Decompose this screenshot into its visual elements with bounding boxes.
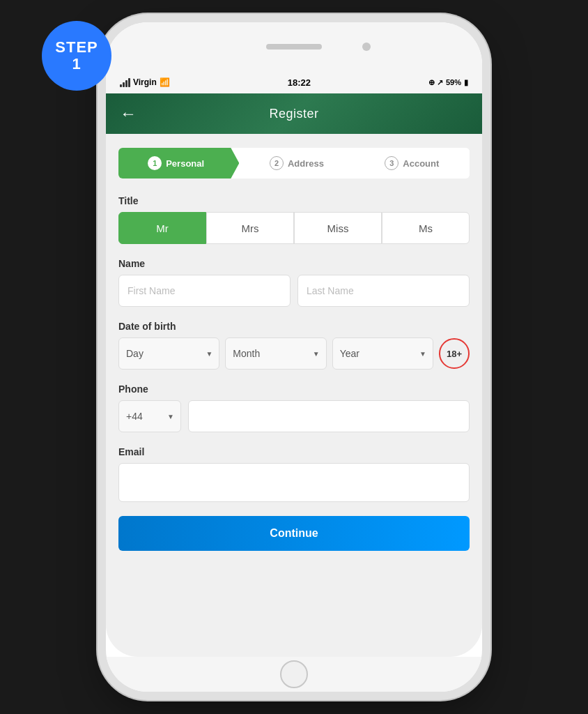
name-row	[118, 275, 470, 307]
back-button[interactable]: ←	[120, 104, 137, 123]
day-select-wrapper: Day ▼	[118, 337, 219, 370]
step-1-label: Personal	[166, 158, 204, 169]
first-name-input[interactable]	[118, 275, 291, 307]
title-miss-button[interactable]: Miss	[294, 212, 382, 244]
status-bar: Virgin 📶 18:22 ⊕ ↗ 59% ▮	[106, 71, 482, 93]
title-buttons: Mr Mrs Miss Ms	[118, 212, 470, 244]
step-badge: STEP1	[42, 21, 111, 91]
year-select-wrapper: Year ▼	[332, 337, 433, 370]
phone-speaker	[266, 44, 322, 50]
step-account[interactable]: 3 Account	[355, 148, 470, 178]
app-header: ← Register	[106, 93, 482, 134]
dob-row: Day ▼ Month ▼ Year ▼ 18+	[118, 337, 470, 370]
wifi-icon: 📶	[160, 77, 170, 87]
phone-frame: Virgin 📶 18:22 ⊕ ↗ 59% ▮ ← Register 1 Pe…	[106, 22, 482, 692]
battery-icon: ▮	[464, 78, 468, 87]
step-2-label: Address	[288, 158, 324, 169]
title-ms-button[interactable]: Ms	[382, 212, 470, 244]
month-select-wrapper: Month ▼	[225, 337, 326, 370]
carrier-label: Virgin	[133, 77, 157, 87]
title-mrs-button[interactable]: Mrs	[206, 212, 294, 244]
continue-label: Continue	[270, 527, 318, 540]
phone-code-wrapper: +44 ▼	[118, 400, 181, 432]
step-2-number: 2	[270, 156, 284, 170]
step-3-label: Account	[403, 158, 439, 169]
step-address[interactable]: 2 Address	[239, 148, 354, 178]
phone-top-bar	[106, 22, 482, 71]
page-title: Register	[269, 107, 318, 121]
phone-label: Phone	[118, 383, 470, 395]
last-name-input[interactable]	[297, 275, 470, 307]
month-select[interactable]: Month	[225, 337, 326, 370]
name-label: Name	[118, 258, 470, 269]
phone-number-input[interactable]	[188, 400, 470, 432]
step-3-number: 3	[385, 156, 399, 170]
phone-code-select[interactable]: +44	[118, 400, 181, 432]
age-badge: 18+	[439, 338, 470, 369]
app-content: 1 Personal 2 Address 3 Account Title Mr …	[106, 134, 482, 657]
home-button[interactable]	[280, 660, 308, 688]
battery-percent: 59%	[446, 78, 461, 86]
day-select[interactable]: Day	[118, 337, 219, 370]
progress-steps: 1 Personal 2 Address 3 Account	[118, 148, 470, 178]
continue-button[interactable]: Continue	[118, 516, 470, 551]
status-right: ⊕ ↗ 59% ▮	[428, 78, 468, 87]
step-personal[interactable]: 1 Personal	[118, 148, 239, 178]
signal-icon	[120, 78, 130, 87]
phone-camera	[362, 43, 371, 51]
dob-label: Date of birth	[118, 321, 470, 332]
location-icon: ⊕ ↗	[428, 78, 443, 87]
email-label: Email	[118, 446, 470, 457]
step-1-number: 1	[148, 156, 162, 170]
title-label: Title	[118, 195, 470, 206]
year-select[interactable]: Year	[332, 337, 433, 370]
phone-bottom	[106, 657, 482, 692]
status-time: 18:22	[288, 77, 311, 88]
title-mr-button[interactable]: Mr	[118, 212, 206, 244]
step-badge-text: STEP1	[55, 39, 98, 73]
status-left: Virgin 📶	[120, 77, 170, 87]
phone-row: +44 ▼	[118, 400, 470, 432]
email-input[interactable]	[118, 463, 470, 502]
